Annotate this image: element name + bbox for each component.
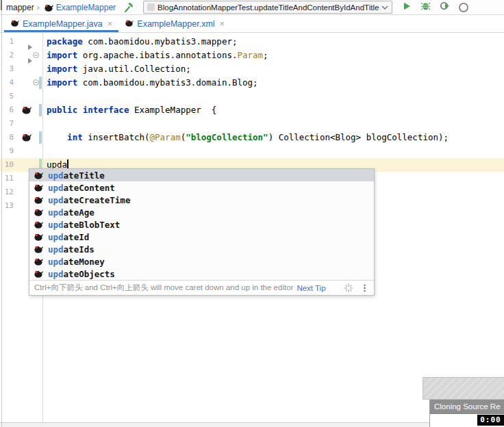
vcs-change-marker[interactable] [39, 104, 42, 116]
run-configuration-select[interactable]: BlogAnnotationMapperTest.updateTitleAndC… [143, 1, 392, 14]
code-token: com.baomidou.mybatis3.mapper; [88, 36, 237, 47]
fold-arrow-icon[interactable] [28, 44, 32, 50]
run-button[interactable] [402, 1, 412, 14]
line-number: 8 [0, 131, 14, 144]
completion-item[interactable]: updateObjects [29, 268, 374, 280]
breadcrumb-item-mapper[interactable]: mapper [6, 3, 34, 12]
code-line[interactable]: import com.baomidou.mybatis3.domain.Blog… [47, 76, 258, 90]
mybatis-bird-icon [34, 257, 43, 266]
completion-popup: updateTitleupdateContentupdateCreateTime… [29, 168, 375, 296]
mybatis-bird-icon [34, 220, 43, 229]
build-hammer-icon[interactable] [123, 2, 134, 13]
line-number: 1 [0, 35, 14, 49]
mybatis-bird-icon[interactable] [21, 105, 32, 115]
tab-examplemapper-xml[interactable]: ExampleMapper.xml × [118, 15, 231, 32]
code-token: com.baomidou.mybatis3.domain.Blog; [83, 77, 258, 88]
code-line[interactable]: int insertBatch(@Param("blogCollection")… [47, 131, 449, 144]
vcs-change-marker[interactable] [39, 131, 42, 144]
profiler-button[interactable] [459, 3, 468, 12]
completion-item[interactable]: updateContent [29, 181, 374, 194]
line-number: 10 [0, 158, 14, 172]
code-line[interactable]: public interface ExampleMapper { [47, 103, 216, 117]
line-number: 12 [0, 185, 14, 199]
run-with-coverage-button[interactable] [440, 1, 450, 14]
completion-item[interactable]: updateMoney [29, 255, 374, 268]
completion-item-label: updateTitle [48, 170, 105, 181]
code-line[interactable]: import org.apache.ibatis.annotations.Par… [47, 49, 268, 62]
line-number: 2 [0, 49, 14, 62]
fold-region-icon[interactable] [33, 52, 39, 58]
line-number: 3 [0, 62, 14, 76]
tip-text: Ctrl+向下箭头 and Ctrl+向上箭头 will move caret … [34, 283, 293, 293]
code-token: @Param [150, 132, 181, 142]
code-token: import [47, 64, 83, 74]
mybatis-bird-icon [34, 195, 43, 205]
clone-dialog-titlebar[interactable]: Cloning Source Re [430, 400, 504, 414]
mybatis-bird-icon [125, 18, 134, 29]
mybatis-bird-icon [34, 269, 43, 279]
debug-button[interactable] [420, 1, 431, 14]
line-number: 13 [0, 199, 14, 213]
mybatis-bird-icon [34, 170, 43, 180]
text-caret [67, 159, 68, 169]
code-token: package [47, 36, 88, 47]
mybatis-bird-icon [10, 18, 19, 29]
completion-item-label: updateAge [48, 207, 94, 218]
code-token [47, 132, 67, 142]
mybatis-bird-icon [44, 3, 53, 12]
code-line[interactable]: package com.baomidou.mybatis3.mapper; [47, 35, 237, 49]
completion-item[interactable]: updateCreateTime [29, 194, 374, 206]
fold-arrow-icon[interactable] [28, 58, 32, 64]
mybatis-bird-icon[interactable] [21, 132, 32, 142]
code-token: ; [263, 50, 268, 60]
tab-examplemapper-java[interactable]: ExampleMapper.java × [4, 15, 118, 32]
completion-item-label: updateCreateTime [48, 195, 130, 205]
completion-footer: Ctrl+向下箭头 and Ctrl+向上箭头 will move caret … [29, 280, 374, 295]
completion-item[interactable]: updateAge [29, 206, 374, 218]
recording-timer: 0:00 [477, 415, 504, 426]
code-token: java.util.Collection; [83, 64, 191, 74]
code-token: ) Collection<Blog> blogCollection); [268, 132, 449, 142]
completion-item-label: updateMoney [48, 257, 105, 267]
vcs-change-marker[interactable] [39, 77, 42, 89]
chevron-right-icon: › [37, 3, 40, 12]
completion-list: updateTitleupdateContentupdateCreateTime… [29, 169, 374, 280]
run-config-label: BlogAnnotationMapperTest.updateTitleAndC… [158, 3, 379, 12]
completion-item[interactable]: updateBlobText [29, 218, 374, 231]
editor-tab-bar: ExampleMapper.java × ExampleMapper.xml × [0, 15, 504, 33]
completion-item[interactable]: updateIds [29, 243, 374, 255]
mybatis-bird-icon [34, 207, 43, 217]
completion-item-label: updateBlobText [48, 220, 120, 230]
run-actions [402, 1, 462, 14]
close-icon[interactable]: × [108, 18, 113, 29]
line-number: 4 [0, 76, 14, 90]
completion-item-label: updateObjects [48, 269, 115, 279]
window-left-edge [1, 0, 2, 427]
breadcrumb-item-examplemapper[interactable]: ExampleMapper [56, 3, 116, 12]
close-icon[interactable]: × [220, 18, 225, 29]
code-line[interactable]: import java.util.Collection; [47, 62, 191, 76]
code-token: int [67, 132, 88, 142]
code-token: import [47, 77, 83, 88]
background-window-fragment [423, 377, 504, 400]
line-number: 6 [0, 103, 14, 117]
code-token: insertBatch( [88, 132, 149, 142]
code-token: Param [237, 50, 263, 60]
navigation-bar: mapper › ExampleMapper BlogAnnotationMap… [0, 0, 504, 15]
kebab-menu-icon[interactable]: ⋮ [360, 283, 369, 293]
window-bottom-edge [0, 422, 504, 427]
code-token: org.apache.ibatis.annotations. [83, 50, 238, 60]
mybatis-bird-icon [34, 244, 43, 254]
mybatis-bird-icon [34, 232, 43, 242]
next-tip-link[interactable]: Next Tip [297, 284, 325, 292]
line-number: 11 [0, 172, 14, 185]
completion-item[interactable]: updateTitle [29, 169, 374, 181]
spinner-icon [344, 283, 353, 293]
completion-item-label: updateId [48, 232, 89, 242]
completion-item-label: updateContent [48, 183, 115, 193]
line-number: 7 [0, 117, 14, 131]
run-config-icon [147, 3, 155, 11]
completion-item[interactable]: updateId [29, 231, 374, 243]
tab-label: ExampleMapper.java [23, 19, 103, 29]
fold-region-icon[interactable] [33, 79, 39, 86]
